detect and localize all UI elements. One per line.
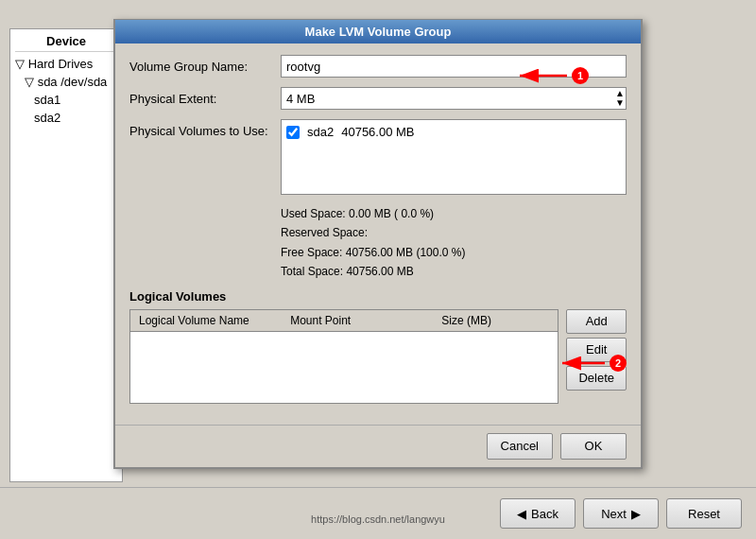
- lv-table: Logical Volume Name Mount Point Size (MB…: [129, 309, 558, 404]
- sda-chevron: ▽: [25, 75, 34, 89]
- hard-drives-item[interactable]: ▽ Hard Drives: [15, 55, 117, 73]
- back-button[interactable]: ◀ Back: [500, 498, 576, 529]
- free-space-row: Free Space: 40756.00 MB (100.0 %): [281, 243, 627, 262]
- reset-button[interactable]: Reset: [666, 498, 742, 529]
- device-tree-panel: Device ▽ Hard Drives ▽ sda /dev/sda sda1…: [9, 28, 123, 482]
- used-space-value: 0.00 MB ( 0.0 %): [349, 207, 434, 220]
- pv-item-sda2: sda2 40756.00 MB: [286, 125, 621, 139]
- make-lvm-dialog: Make LVM Volume Group Volume Group Name:…: [113, 19, 643, 469]
- lv-col-mount-header: Mount Point: [286, 312, 438, 329]
- sda-item[interactable]: ▽ sda /dev/sda: [15, 73, 117, 91]
- cancel-button[interactable]: Cancel: [487, 433, 553, 460]
- next-arrow-icon: ▶: [631, 507, 641, 521]
- total-space-label: Total Space:: [281, 265, 343, 278]
- pv-sda2-checkbox[interactable]: [286, 126, 300, 139]
- free-space-label: Free Space:: [281, 246, 342, 259]
- pv-list: sda2 40756.00 MB: [281, 119, 627, 195]
- pv-sda2-size: 40756.00 MB: [341, 125, 414, 139]
- lv-table-header-row: Logical Volume Name Mount Point Size (MB…: [130, 310, 558, 332]
- pe-select-wrapper: 4 MB 1 MB 2 MB 8 MB 16 MB ▲▼: [281, 87, 627, 110]
- ok-button[interactable]: OK: [560, 433, 627, 460]
- lv-section: Logical Volumes Logical Volume Name Moun…: [129, 289, 627, 404]
- pe-label: Physical Extent:: [129, 92, 281, 106]
- delete-button[interactable]: Delete: [566, 366, 627, 391]
- pv-row: Physical Volumes to Use: sda2 40756.00 M…: [129, 119, 627, 195]
- background: Device ▽ Hard Drives ▽ sda /dev/sda sda1…: [0, 0, 756, 539]
- bottom-navigation: https://blog.csdn.net/langwyu ◀ Back Nex…: [0, 487, 756, 539]
- device-column-header: Device: [15, 34, 117, 52]
- next-button[interactable]: Next ▶: [583, 498, 659, 529]
- used-space-row: Used Space: 0.00 MB ( 0.0 %): [281, 204, 627, 223]
- reserved-space-label: Reserved Space:: [281, 226, 368, 239]
- lv-section-header: Logical Volumes: [129, 289, 627, 304]
- url-bar: https://blog.csdn.net/langwyu: [311, 513, 445, 525]
- free-space-value: 40756.00 MB (100.0 %): [346, 246, 466, 259]
- dialog-footer: Cancel OK: [115, 425, 641, 467]
- total-space-row: Total Space: 40756.00 MB: [281, 262, 627, 281]
- space-info: Used Space: 0.00 MB ( 0.0 %) Reserved Sp…: [129, 204, 627, 282]
- sda2-item[interactable]: sda2: [15, 109, 117, 127]
- vg-name-row: Volume Group Name:: [129, 55, 627, 78]
- sda1-item[interactable]: sda1: [15, 91, 117, 109]
- dialog-titlebar: Make LVM Volume Group: [115, 20, 641, 43]
- used-space-label: Used Space:: [281, 207, 346, 220]
- reserved-space-row: Reserved Space:: [281, 223, 627, 242]
- vg-name-input[interactable]: [281, 55, 627, 78]
- add-button[interactable]: Add: [566, 309, 627, 334]
- pv-sda2-name: sda2: [307, 125, 334, 139]
- pv-label: Physical Volumes to Use:: [129, 119, 281, 195]
- vg-name-label: Volume Group Name:: [129, 60, 281, 74]
- lv-section-body: Logical Volume Name Mount Point Size (MB…: [129, 309, 627, 404]
- lv-action-buttons: Add Edit Delete: [566, 309, 627, 404]
- dialog-body: Volume Group Name: Physical Extent: 4 MB…: [115, 43, 641, 425]
- edit-button[interactable]: Edit: [566, 338, 627, 362]
- pe-select[interactable]: 4 MB 1 MB 2 MB 8 MB 16 MB: [281, 87, 627, 110]
- pe-row: Physical Extent: 4 MB 1 MB 2 MB 8 MB 16 …: [129, 87, 627, 110]
- hard-drives-chevron: ▽: [15, 57, 25, 71]
- total-space-value: 40756.00 MB: [346, 265, 413, 278]
- back-arrow-icon: ◀: [517, 507, 526, 521]
- lv-col-name-header: Logical Volume Name: [135, 312, 286, 329]
- lv-col-size-header: Size (MB): [438, 312, 553, 329]
